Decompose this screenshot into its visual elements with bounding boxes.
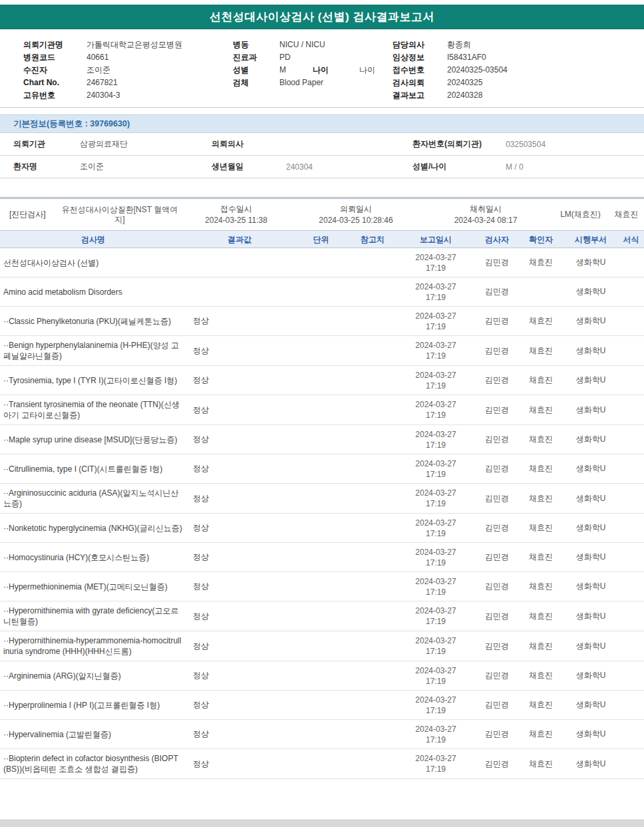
patient-header-middle: 병동 NICU / NICU 진료과 PD 성별 M 나이 나이 검체 Bloo…: [233, 39, 393, 102]
test-name: ··Maple syrup urine disease [MSUD](단풍당뇨증…: [0, 430, 186, 449]
field-value: Blood Paper: [279, 77, 323, 89]
result-row[interactable]: ··Hyperprolinemia I (HP I)(고프롤린혈증 I형) 정상…: [0, 691, 644, 720]
result-row[interactable]: ··Classic Phenylketonuria (PKU)(페닐케톤뇨증) …: [0, 307, 644, 336]
result-row[interactable]: ··Citrullinemia, type I (CIT)(시트룰린혈증 I형)…: [0, 454, 644, 484]
reported-datetime: 2024-03-27 17:19: [396, 488, 476, 509]
tester-name: 김민경: [476, 611, 518, 622]
header-test-name[interactable]: 검사명: [0, 231, 186, 248]
result-row[interactable]: ··Benign hyperphenylalaninemia (H-PHE)(양…: [0, 336, 644, 366]
tester-name: 김민경: [476, 552, 518, 563]
department-name: 생화학U: [564, 463, 618, 474]
reported-datetime-text: 2024-03-27 17:19: [412, 488, 460, 509]
reported-datetime: 2024-03-27 17:19: [396, 576, 476, 597]
result-row[interactable]: ··Argininosuccinic aciduria (ASA)(알지노석시닌…: [0, 484, 644, 514]
confirmer-name: 채효진: [518, 522, 564, 534]
header-confirmer[interactable]: 확인자: [518, 231, 564, 248]
header-divider: [0, 107, 644, 108]
results-table: 검사명 결과값 단위 참고치 보고일시 검사자 확인자 시행부서 서식 선천성대…: [0, 230, 644, 779]
header-reported[interactable]: 보고일시: [396, 231, 476, 248]
result-row[interactable]: ··Homocystinuria (HCY)(호모시스틴뇨증) 정상 2024-…: [0, 543, 644, 572]
confirmer-name: 채효진: [518, 552, 564, 563]
confirmer-name: 채효진: [518, 670, 564, 681]
results-table-header: 검사명 결과값 단위 참고치 보고일시 검사자 확인자 시행부서 서식: [0, 230, 644, 248]
result-row[interactable]: ··Maple syrup urine disease [MSUD](단풍당뇨증…: [0, 425, 644, 454]
test-name: 선천성대사이상검사 (선별): [0, 253, 186, 272]
tester-name: 김민경: [476, 405, 518, 416]
horizontal-scrollbar[interactable]: [0, 820, 644, 827]
tester-name: 김민경: [476, 434, 518, 445]
patient-header-right: 담당의사 황종희 임상정보 I58431AF0 접수번호 20240325-03…: [393, 39, 644, 102]
diag-datetime: 접수일시 2024-03-25 11:38: [180, 204, 293, 226]
reported-datetime-text: 2024-03-27 17:19: [412, 635, 460, 657]
result-row[interactable]: ··Hypervalinemia (고발린혈증) 정상 2024-03-27 1…: [0, 720, 644, 749]
field-label: 결과보고: [393, 89, 447, 102]
reported-datetime: 2024-03-27 17:19: [396, 281, 476, 303]
header-department[interactable]: 시행부서: [564, 231, 618, 248]
tester-name: 김민경: [476, 699, 518, 711]
tester-name: 김민경: [476, 375, 518, 386]
test-name: ··Hyperornithinemia-hyperammonemia-homoc…: [0, 631, 186, 661]
header-result[interactable]: 결과값: [186, 231, 293, 248]
reported-datetime: 2024-03-27 17:19: [396, 429, 476, 450]
field-label-2: [120, 89, 184, 102]
tester-name: 김민경: [476, 286, 518, 297]
field-label-2: [108, 51, 172, 64]
header-unit[interactable]: 단위: [293, 231, 349, 248]
reported-datetime-text: 2024-03-27 17:19: [412, 340, 460, 361]
result-row[interactable]: 선천성대사이상검사 (선별) 2024-03-27 17:19 김민경 채효진 …: [0, 248, 644, 277]
test-name: ··Hypervalinemia (고발린혈증): [0, 725, 186, 744]
reported-datetime-text: 2024-03-27 17:19: [412, 695, 460, 716]
reported-datetime-text: 2024-03-27 17:19: [412, 311, 460, 332]
confirmer-name: 채효진: [518, 345, 564, 357]
report-title: 선천성대사이상검사 (선별) 검사결과보고서: [0, 5, 644, 29]
confirmer-name: 채효진: [518, 729, 564, 740]
result-value: 정상: [186, 641, 293, 652]
field-value: 황종희: [447, 39, 471, 51]
department-name: 생화학U: [564, 729, 618, 740]
reported-datetime: 2024-03-27 17:19: [396, 695, 476, 716]
header-reference[interactable]: 참고치: [349, 231, 396, 248]
test-name: Amino acid metabolism Disorders: [0, 283, 186, 301]
field-value: I58431AF0: [447, 51, 486, 64]
department-name: 생화학U: [564, 286, 618, 297]
result-row[interactable]: ··Transient tyrosinemia of the neonate (…: [0, 395, 644, 425]
reported-datetime: 2024-03-27 17:19: [396, 252, 476, 273]
basic-info-value: 032503504: [506, 140, 644, 149]
result-row[interactable]: ··Biopterin defect in cofactor biosynthe…: [0, 749, 644, 779]
basic-info-label: 생년월일: [212, 161, 286, 172]
result-value: 정상: [186, 463, 293, 474]
result-value: 정상: [186, 552, 293, 563]
result-value: 정상: [186, 493, 293, 504]
field-label: 의뢰기관명: [23, 39, 86, 51]
result-value: 정상: [186, 345, 293, 357]
reported-datetime-text: 2024-03-27 17:19: [412, 252, 460, 273]
result-row[interactable]: ··Tyrosinemia, type I (TYR I)(고타이로신혈증 I형…: [0, 366, 644, 395]
result-row[interactable]: ··Argininemia (ARG)(알지닌혈증) 정상 2024-03-27…: [0, 661, 644, 691]
department-name: 생화학U: [564, 375, 618, 386]
department-name: 생화학U: [564, 581, 618, 592]
field-label: 진료과: [233, 51, 279, 64]
department-name: 생화학U: [564, 699, 618, 711]
result-row[interactable]: Amino acid metabolism Disorders 2024-03-…: [0, 277, 644, 307]
reported-datetime: 2024-03-27 17:19: [396, 753, 476, 774]
confirmer-name: 채효진: [518, 641, 564, 652]
field-value: 240304-3: [86, 89, 120, 102]
reported-datetime-text: 2024-03-27 17:19: [412, 399, 460, 420]
field-label: 접수번호: [393, 64, 447, 77]
header-form[interactable]: 서식: [618, 231, 644, 248]
confirmer-name: 채효진: [518, 257, 564, 268]
department-name: 생화학U: [564, 405, 618, 416]
header-field-row: Chart No. 2467821: [23, 77, 233, 89]
header-tester[interactable]: 검사자: [476, 231, 518, 248]
result-row[interactable]: ··Nonketotic hyperglycinemia (NKHG)(글리신뇨…: [0, 514, 644, 543]
header-field-row: 수진자 조이준: [23, 64, 233, 77]
test-name: ··Hypermethioninemia (MET)(고메티오닌혈증): [0, 578, 186, 596]
result-row[interactable]: ··Hypermethioninemia (MET)(고메티오닌혈증) 정상 2…: [0, 572, 644, 601]
result-row[interactable]: ··Hyperornithinemia with gyrate deficien…: [0, 601, 644, 631]
result-row[interactable]: ··Hyperornithinemia-hyperammonemia-homoc…: [0, 631, 644, 661]
field-value: 20240325-03504: [447, 64, 508, 77]
department-name: 생화학U: [564, 434, 618, 445]
field-label-2: 나이: [313, 64, 359, 77]
department-name: 생화학U: [564, 611, 618, 622]
confirmer-name: 채효진: [518, 434, 564, 445]
